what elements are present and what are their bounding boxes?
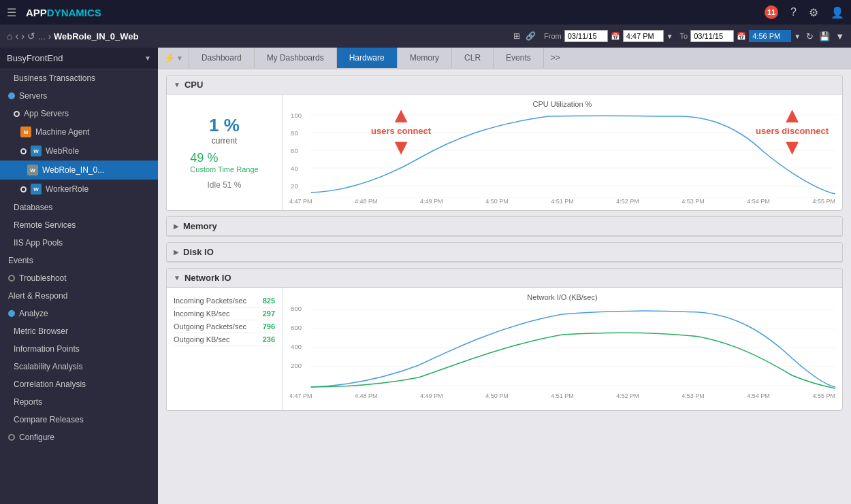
back-icon[interactable]: ‹ bbox=[15, 31, 18, 41]
menu-icon[interactable]: ☰ bbox=[7, 6, 16, 19]
grid-icon[interactable]: ⊞ bbox=[513, 31, 520, 41]
network-chart: Network I/O (KB/sec) 800 600 400 200 bbox=[283, 288, 842, 410]
svg-text:400: 400 bbox=[291, 343, 302, 350]
sidebar-item-information-points[interactable]: Information Points bbox=[0, 340, 158, 358]
to-cal-icon[interactable]: 📅 bbox=[737, 32, 746, 41]
outgoing-packets-label: Outgoing Packets/sec bbox=[174, 322, 246, 331]
sidebar-item-app-servers[interactable]: App Servers bbox=[0, 105, 158, 122]
connect-arrow-up-icon: ▲ bbox=[390, 104, 412, 126]
auto-refresh-icon[interactable]: ↻ bbox=[806, 31, 814, 41]
cpu-chart: CPU Utilization % ▲ users connect ▼ ▲ bbox=[283, 95, 842, 210]
sidebar-item-metric-browser[interactable]: Metric Browser bbox=[0, 322, 158, 340]
cpu-x-3: 4:50 PM bbox=[485, 198, 509, 205]
webrole-dot-icon bbox=[20, 148, 27, 154]
sidebar-item-correlation-analysis[interactable]: Correlation Analysis bbox=[0, 375, 158, 393]
cpu-x-labels: 4:47 PM 4:48 PM 4:49 PM 4:50 PM 4:51 PM … bbox=[289, 198, 835, 205]
cpu-x-0: 4:47 PM bbox=[289, 198, 312, 205]
lightning-dropdown: ▼ bbox=[176, 54, 183, 62]
alert-badge[interactable]: 11 bbox=[765, 5, 778, 19]
to-date-input[interactable] bbox=[690, 30, 734, 42]
sidebar-item-compare-releases[interactable]: Compare Releases bbox=[0, 411, 158, 429]
cpu-x-6: 4:53 PM bbox=[681, 198, 705, 205]
memory-panel-title: Memory bbox=[183, 221, 217, 231]
breadcrumb-title: WebRole_IN_0_Web bbox=[54, 31, 139, 41]
sidebar-item-webrole-in0[interactable]: W WebRole_IN_0... bbox=[0, 161, 158, 180]
net-x-1: 4:48 PM bbox=[355, 392, 378, 399]
expand-icon[interactable]: ▼ bbox=[835, 31, 844, 41]
network-panel-title: Network IO bbox=[184, 273, 231, 283]
svg-text:200: 200 bbox=[291, 363, 302, 369]
tab-my-dashboards[interactable]: My Dashboards bbox=[255, 48, 337, 68]
link-icon[interactable]: 🔗 bbox=[526, 31, 536, 41]
diskio-panel-header[interactable]: ▶ Disk IO bbox=[167, 243, 842, 262]
net-x-4: 4:51 PM bbox=[551, 392, 574, 399]
sidebar-item-workerrole[interactable]: W WorkerRole bbox=[0, 180, 158, 199]
forward-icon[interactable]: › bbox=[21, 31, 25, 41]
network-stat-incoming-kb: Incoming KB/sec 297 bbox=[174, 307, 275, 320]
home-icon[interactable]: ⌂ bbox=[7, 31, 12, 41]
sidebar-item-scalability-analysis[interactable]: Scalability Analysis bbox=[0, 358, 158, 375]
cpu-idle-label: Idle 51 % bbox=[207, 180, 241, 190]
net-x-8: 4:55 PM bbox=[812, 392, 835, 399]
sidebar-item-reports[interactable]: Reports bbox=[0, 393, 158, 411]
cpu-panel-body: 1 % current 49 % Custom Time Range Idle … bbox=[167, 95, 842, 210]
tab-memory[interactable]: Memory bbox=[398, 48, 452, 68]
cpu-x-8: 4:55 PM bbox=[812, 198, 835, 205]
to-time-dropdown[interactable]: ▼ bbox=[794, 33, 801, 40]
network-stat-outgoing-packets: Outgoing Packets/sec 796 bbox=[174, 320, 275, 333]
tab-events[interactable]: Events bbox=[494, 48, 544, 68]
from-cal-icon[interactable]: 📅 bbox=[611, 32, 620, 41]
svg-text:600: 600 bbox=[291, 324, 302, 331]
sidebar-item-configure[interactable]: Configure bbox=[0, 429, 158, 446]
svg-text:60: 60 bbox=[291, 148, 298, 154]
main-layout: BusyFrontEnd ▼ Business Transactions Ser… bbox=[0, 48, 851, 504]
settings-icon[interactable]: ⚙ bbox=[809, 6, 818, 19]
network-chart-svg: 800 600 400 200 bbox=[289, 304, 835, 392]
lightning-tab[interactable]: ⚡ ▼ bbox=[158, 48, 189, 68]
sidebar-item-analyze[interactable]: Analyze bbox=[0, 305, 158, 322]
sidebar-app-header[interactable]: BusyFrontEnd ▼ bbox=[0, 48, 158, 69]
more-icon[interactable]: ... bbox=[38, 31, 46, 41]
cpu-panel: ▼ CPU 1 % current 49 % Custom Time Range… bbox=[166, 75, 843, 211]
memory-panel-header[interactable]: ▶ Memory bbox=[167, 217, 842, 236]
network-x-labels: 4:47 PM 4:48 PM 4:49 PM 4:50 PM 4:51 PM … bbox=[289, 392, 835, 399]
cpu-panel-header[interactable]: ▼ CPU bbox=[167, 75, 842, 95]
tab-dashboard[interactable]: Dashboard bbox=[189, 48, 255, 68]
to-time-input[interactable] bbox=[749, 30, 791, 42]
sidebar-item-business-transactions[interactable]: Business Transactions bbox=[0, 69, 158, 87]
sidebar-item-servers[interactable]: Servers bbox=[0, 87, 158, 105]
sidebar-item-alert-respond[interactable]: Alert & Respond bbox=[0, 287, 158, 305]
user-icon[interactable]: 👤 bbox=[831, 6, 844, 19]
network-stat-outgoing-kb: Outgoing KB/sec 236 bbox=[174, 333, 275, 346]
help-icon[interactable]: ? bbox=[790, 6, 797, 18]
incoming-packets-label: Incoming Packets/sec bbox=[174, 297, 246, 305]
tab-hardware[interactable]: Hardware bbox=[337, 48, 398, 68]
net-x-2: 4:49 PM bbox=[420, 392, 443, 399]
svg-text:800: 800 bbox=[291, 305, 302, 312]
tab-clr[interactable]: CLR bbox=[452, 48, 494, 68]
network-chevron-icon: ▼ bbox=[174, 274, 180, 282]
sidebar-item-databases[interactable]: Databases bbox=[0, 199, 158, 216]
tab-more[interactable]: >> bbox=[544, 48, 567, 68]
net-x-3: 4:50 PM bbox=[485, 392, 509, 399]
network-panel-header[interactable]: ▼ Network IO bbox=[167, 269, 842, 288]
cpu-panel-title: CPU bbox=[184, 80, 203, 90]
svg-text:100: 100 bbox=[291, 112, 302, 119]
sidebar-item-machine-agent[interactable]: M Machine Agent bbox=[0, 122, 158, 141]
svg-text:20: 20 bbox=[291, 183, 298, 190]
from-time-input[interactable] bbox=[623, 30, 664, 42]
sidebar-item-events[interactable]: Events bbox=[0, 252, 158, 269]
sidebar-item-webrole[interactable]: W WebRole bbox=[0, 141, 158, 161]
sidebar-item-iis-app-pools[interactable]: IIS App Pools bbox=[0, 234, 158, 252]
refresh-icon[interactable]: ↺ bbox=[27, 31, 35, 41]
network-panel: ▼ Network IO Incoming Packets/sec 825 In… bbox=[166, 268, 843, 411]
analyze-dot-icon bbox=[8, 310, 15, 317]
save-icon[interactable]: 💾 bbox=[819, 31, 830, 41]
from-date-input[interactable] bbox=[564, 30, 608, 42]
sidebar-item-troubleshoot[interactable]: Troubleshoot bbox=[0, 269, 158, 287]
from-time-dropdown[interactable]: ▼ bbox=[667, 33, 673, 40]
to-label: To bbox=[680, 32, 688, 40]
net-x-6: 4:53 PM bbox=[681, 392, 705, 399]
network-stats: Incoming Packets/sec 825 Incoming KB/sec… bbox=[167, 288, 283, 410]
sidebar-item-remote-services[interactable]: Remote Services bbox=[0, 216, 158, 234]
